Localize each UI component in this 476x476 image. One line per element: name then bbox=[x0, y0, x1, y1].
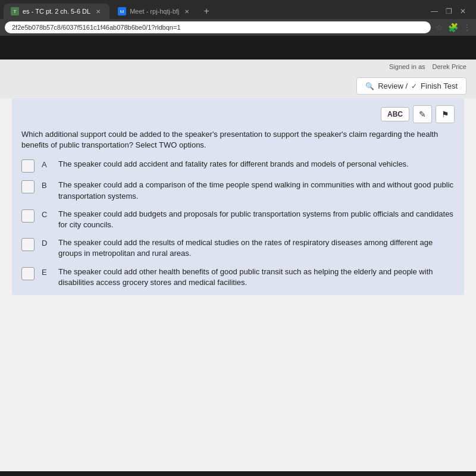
meet-tab[interactable]: M Meet - rpj-hqtj-bfj ✕ bbox=[111, 4, 198, 19]
abc-button[interactable]: ABC bbox=[381, 107, 409, 121]
menu-icon[interactable]: ⋮ bbox=[463, 23, 471, 32]
tab-label: es - TC pt. 2 ch. 5-6 DL bbox=[23, 8, 90, 15]
flag-icon: ⚑ bbox=[441, 109, 449, 119]
question-text: Which additional support could be added … bbox=[21, 129, 455, 151]
omnibox-actions: ☆ 🧩 ⋮ bbox=[436, 23, 471, 32]
finish-test-label: Finish Test bbox=[421, 82, 458, 90]
bookmark-icon[interactable]: ☆ bbox=[436, 23, 443, 32]
checkbox-d[interactable] bbox=[21, 238, 35, 251]
edit-icon: ✎ bbox=[419, 109, 426, 119]
option-b: B The speaker could add a comparison of … bbox=[21, 180, 455, 201]
check-icon: ✓ bbox=[411, 82, 417, 90]
option-e: E The speaker could add other health ben… bbox=[21, 267, 455, 288]
letter-b: B bbox=[42, 181, 51, 190]
flag-button[interactable]: ⚑ bbox=[436, 105, 455, 123]
checkbox-b[interactable] bbox=[21, 180, 35, 193]
meet-tab-close[interactable]: ✕ bbox=[183, 7, 191, 15]
review-finish-button[interactable]: 🔍 Review / ✓ Finish Test bbox=[356, 77, 466, 95]
option-text-a: The speaker could add accident and fatal… bbox=[58, 159, 455, 170]
question-toolbar: ABC ✎ ⚑ bbox=[21, 105, 455, 123]
checkbox-a[interactable] bbox=[21, 159, 35, 173]
url-text: 2f2e5b078b57c8/6037f5161c1f46ab078b6be0/… bbox=[12, 24, 424, 31]
browser-chrome: T es - TC pt. 2 ch. 5-6 DL ✕ M Meet - rp… bbox=[0, 0, 476, 36]
extensions-icon[interactable]: 🧩 bbox=[448, 23, 458, 32]
search-icon: 🔍 bbox=[365, 82, 374, 90]
tab-close-button[interactable]: ✕ bbox=[94, 7, 102, 15]
option-a: A The speaker could add accident and fat… bbox=[21, 159, 455, 173]
address-bar[interactable]: 2f2e5b078b57c8/6037f5161c1f46ab078b6be0/… bbox=[5, 21, 431, 33]
signed-in-label: Signed in as bbox=[389, 63, 425, 70]
option-d: D The speaker could add the results of m… bbox=[21, 237, 455, 259]
letter-e: E bbox=[42, 268, 51, 277]
maximize-button[interactable]: ❐ bbox=[444, 7, 453, 16]
page-header: Signed in as Derek Price bbox=[0, 60, 476, 74]
question-body: Which additional support could be added … bbox=[21, 130, 438, 149]
tab-favicon: T bbox=[11, 7, 19, 15]
content-area: Signed in as Derek Price 🔍 Review / ✓ Fi… bbox=[0, 36, 476, 471]
tab-bar: T es - TC pt. 2 ch. 5-6 DL ✕ M Meet - rp… bbox=[0, 0, 476, 19]
window-controls: — ❐ ✕ bbox=[430, 7, 472, 16]
checkbox-e[interactable] bbox=[21, 267, 35, 280]
option-text-d: The speaker could add the results of med… bbox=[58, 237, 455, 259]
omnibox-bar: 2f2e5b078b57c8/6037f5161c1f46ab078b6be0/… bbox=[0, 19, 476, 36]
letter-d: D bbox=[42, 239, 51, 248]
letter-c: C bbox=[42, 210, 51, 219]
close-button[interactable]: ✕ bbox=[458, 7, 468, 16]
edit-button[interactable]: ✎ bbox=[413, 105, 432, 123]
minimize-button[interactable]: — bbox=[430, 7, 439, 16]
option-text-b: The speaker could add a comparison of th… bbox=[58, 180, 455, 201]
letter-a: A bbox=[42, 160, 51, 169]
meet-favicon: M bbox=[118, 7, 126, 15]
active-tab[interactable]: T es - TC pt. 2 ch. 5-6 DL ✕ bbox=[4, 4, 109, 19]
meet-tab-label: Meet - rpj-hqtj-bfj bbox=[130, 8, 179, 15]
user-name: Derek Price bbox=[433, 63, 466, 70]
review-finish-label: Review / bbox=[378, 82, 408, 90]
review-bar: 🔍 Review / ✓ Finish Test bbox=[0, 74, 476, 98]
option-text-e: The speaker could add other health benef… bbox=[58, 267, 455, 288]
option-c: C The speaker could add budgets and prop… bbox=[21, 209, 455, 230]
top-black-bar bbox=[0, 36, 476, 60]
question-container: ABC ✎ ⚑ Which additional support could b… bbox=[12, 98, 464, 295]
checkbox-c[interactable] bbox=[21, 209, 35, 223]
new-tab-button[interactable]: + bbox=[199, 4, 214, 18]
answer-options: A The speaker could add accident and fat… bbox=[21, 159, 455, 288]
option-text-c: The speaker could add budgets and propos… bbox=[58, 209, 455, 230]
